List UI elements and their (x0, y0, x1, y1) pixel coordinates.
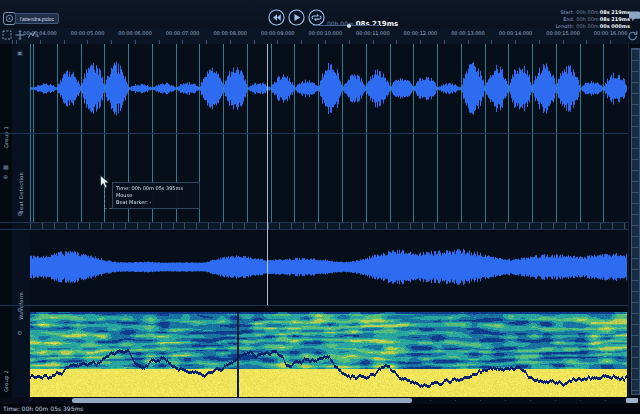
info-value-hm: 00h 00m (576, 9, 598, 16)
ruler-tick-label: 00:00:04.000 (23, 30, 57, 36)
topbar: l'attendra.ptdoc 00h 00m 08s 219ms (0, 0, 640, 29)
file-name-button[interactable]: l'attendra.ptdoc (15, 13, 59, 24)
group1-add-icon[interactable]: ⊕ (3, 174, 8, 180)
horizontal-scrollbar[interactable] (0, 397, 640, 404)
playback-slider[interactable] (313, 25, 380, 26)
spectrogram-settings-icon[interactable]: ⚙ (17, 307, 22, 313)
timeline-ruler[interactable]: 00:00:04.00000:00:05.00000:00:06.00000:0… (0, 28, 640, 45)
ruler-tick-label: 00:00:08.000 (213, 30, 247, 36)
track-divider (0, 222, 628, 223)
beat-detection-miniruler (30, 222, 627, 229)
group1-grid-icon[interactable]: ▦ (3, 164, 9, 170)
status-time: Time: 00h 00m 05s 395ms (3, 405, 83, 412)
track1-grid-icon[interactable]: ▣ (17, 50, 23, 56)
ruler-tick-label: 00:00:15.000 (546, 30, 580, 36)
selection-info-row: Start:00h 00m 08s 219ms (552, 9, 630, 16)
status-bar: Time: 00h 00m 05s 395ms (0, 404, 640, 414)
mouse-tooltip: Time: 00h 00m 05s 395ms Mouse Beat Marke… (112, 182, 200, 209)
track-divider (0, 305, 628, 306)
ruler-tick-label: 00:00:07.000 (166, 30, 200, 36)
tooltip-beat-marker: Beat Marker: - (116, 199, 196, 206)
scrollbar-corner[interactable] (626, 398, 638, 403)
ruler-tick-label: 00:00:16.000 (594, 30, 628, 36)
ruler-labels: 00:00:04.00000:00:05.00000:00:06.00000:0… (0, 30, 640, 38)
ruler-tick-label: 00:00:12.000 (404, 30, 438, 36)
tooltip-time: Time: 00h 00m 05s 395ms (116, 185, 196, 192)
tracks-area: Group 1 ▦ ⊕ Group 2 ▦ ⊕ + ▣ Beat Detecti… (0, 44, 640, 397)
track-divider (0, 133, 628, 134)
tooltip-mouse: Mouse (116, 192, 196, 199)
selection-info-row: End:00h 00m 08s 219ms (552, 16, 630, 23)
play-button[interactable] (288, 9, 305, 26)
ruler-tick-label: 00:00:09.000 (261, 30, 295, 36)
info-value-sms: 08s 219ms (600, 16, 630, 23)
ruler-tick-label: 00:00:11.000 (356, 30, 390, 36)
spectrogram-canvas[interactable] (30, 312, 627, 397)
rewind-button[interactable] (268, 9, 285, 26)
transport-controls (268, 9, 325, 26)
refresh-icon[interactable] (626, 30, 638, 42)
playback-slider-knob[interactable] (347, 24, 351, 28)
beat-detection-settings-icon[interactable]: ⚙ (17, 211, 22, 217)
ruler-tick-label: 00:00:10.000 (309, 30, 343, 36)
info-label: End: (552, 16, 574, 23)
selection-info-panel: Start:00h 00m 08s 219msEnd:00h 00m 08s 2… (552, 9, 630, 30)
vertical-scrollbar[interactable] (628, 44, 640, 397)
track-label-rail: ▣ Beat Detection ⚙ Waveform ⚙ ⚙ (12, 44, 31, 397)
ruler-tick-label: 00:00:05.000 (71, 30, 105, 36)
ruler-tick-label: 00:00:13.000 (451, 30, 485, 36)
mouse-cursor (100, 175, 110, 189)
vertical-scrollbar-thumb[interactable] (631, 48, 640, 395)
group2-label: Group 2 (3, 370, 9, 392)
loop-button[interactable] (308, 9, 325, 26)
tracks-content (30, 44, 627, 397)
comment-bubble-icon[interactable] (629, 10, 640, 22)
app-window: l'attendra.ptdoc 00h 00m 08s 219ms (0, 0, 640, 414)
ruler-tick-label: 00:00:14.000 (499, 30, 533, 36)
waveform-settings-icon[interactable]: ⚙ (17, 330, 22, 336)
playhead-line[interactable] (267, 44, 268, 305)
ruler-tick-label: 00:00:06.000 (118, 30, 152, 36)
beat-detection-track-label: Beat Detection (18, 172, 24, 214)
info-value-hm: 00h 00m (576, 16, 598, 23)
track-divider (0, 229, 628, 230)
horizontal-scrollbar-thumb[interactable] (72, 398, 412, 403)
spectrogram-gap (30, 305, 627, 312)
playback-time-sms: 08s 219ms (356, 20, 398, 28)
info-label: Start: (552, 9, 574, 16)
waveform-track2-canvas[interactable] (30, 229, 627, 305)
group1-label: Group 1 (3, 126, 9, 148)
info-value-sms: 08s 219ms (600, 9, 630, 16)
